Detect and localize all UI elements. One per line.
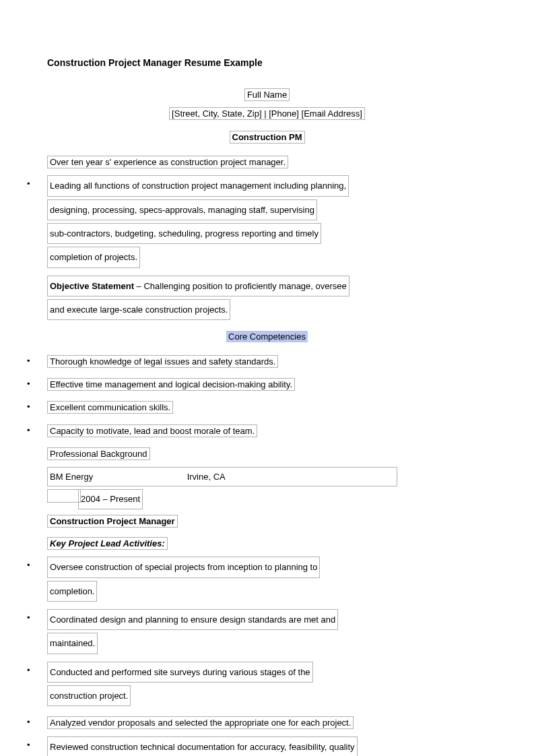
- objective-label: Objective Statement: [50, 281, 134, 291]
- job-year-row: 2004 – Present: [47, 489, 487, 509]
- role-title-block: Construction PM: [47, 128, 487, 146]
- summary-text: Over ten year s' experience as construct…: [47, 156, 288, 168]
- list-item: Coordinated design and planning to ensur…: [47, 609, 487, 657]
- comp-2: Excellent communication skills.: [47, 401, 173, 414]
- job-position: Construction Project Manager: [47, 515, 178, 528]
- core-competencies-block: Core Competencies: [47, 328, 487, 345]
- list-item: Excellent communication skills.: [47, 398, 487, 416]
- core-competencies-title: Core Competencies: [226, 331, 308, 342]
- job-years: 2004 – Present: [78, 489, 143, 509]
- ka-3-l1: Analyzed vendor proposals and selected t…: [47, 716, 354, 729]
- job-location: Irvine, CA: [187, 468, 226, 485]
- ka-4-l1: Reviewed construction technical document…: [47, 736, 358, 756]
- list-item: Thorough knowledge of legal issues and s…: [47, 352, 487, 371]
- list-item: Reviewed construction technical document…: [47, 736, 487, 756]
- ka-1-l2: maintained.: [47, 633, 98, 654]
- summary-l1: Leading all functions of construction pr…: [47, 175, 349, 196]
- job-company: BM Energy: [50, 468, 185, 485]
- ka-0-l2: completion.: [47, 581, 97, 602]
- summary-bullet-item: Leading all functions of construction pr…: [47, 175, 487, 270]
- key-activities-title-block: Key Project Lead Activities:: [47, 534, 487, 553]
- comp-0: Thorough knowledge of legal issues and s…: [47, 355, 278, 368]
- role-title: Construction PM: [230, 131, 305, 144]
- job-row: BM Energy Irvine, CA: [47, 467, 397, 486]
- comp-1: Effective time management and logical de…: [47, 378, 295, 391]
- job-year-spacer: [47, 489, 81, 503]
- objective-block: Objective Statement – Challenging positi…: [47, 276, 487, 323]
- prof-background-block: Professional Background: [47, 445, 487, 463]
- objective-l1: – Challenging position to proficiently m…: [134, 281, 347, 291]
- summary-block: Over ten year s' experience as construct…: [47, 153, 487, 171]
- job-block: BM Energy Irvine, CA 2004 – Present Cons…: [47, 467, 487, 530]
- comp-3: Capacity to motivate, lead and boost mor…: [47, 424, 257, 437]
- prof-background-label: Professional Background: [47, 447, 150, 460]
- ka-1-l1: Coordinated design and planning to ensur…: [47, 609, 338, 630]
- list-item: Capacity to motivate, lead and boost mor…: [47, 422, 487, 440]
- header-block: Full Name [Street, City, State, Zip] | […: [47, 86, 487, 123]
- objective-l2: and execute large-scale construction pro…: [47, 299, 230, 320]
- address-line: [Street, City, State, Zip] | [Phone] [Em…: [169, 107, 365, 120]
- summary-bullets: Leading all functions of construction pr…: [47, 175, 487, 270]
- list-item: Oversee construction of special projects…: [47, 557, 487, 604]
- full-name: Full Name: [244, 88, 290, 101]
- key-activities-title: Key Project Lead Activities:: [47, 537, 168, 550]
- key-activities-list: Oversee construction of special projects…: [47, 557, 487, 756]
- ka-2-l1: Conducted and performed site surveys dur…: [47, 662, 313, 683]
- list-item: Effective time management and logical de…: [47, 375, 487, 393]
- summary-l2: designing, processing, specs-approvals, …: [47, 199, 317, 220]
- summary-l3: sub-contractors, budgeting, scheduling, …: [47, 223, 321, 244]
- list-item: Analyzed vendor proposals and selected t…: [47, 714, 487, 732]
- ka-0-l1: Oversee construction of special projects…: [47, 557, 320, 577]
- competencies-list: Thorough knowledge of legal issues and s…: [47, 352, 487, 440]
- list-item: Conducted and performed site surveys dur…: [47, 662, 487, 710]
- summary-l4: completion of projects.: [47, 247, 140, 267]
- page-title: Construction Project Manager Resume Exam…: [47, 54, 487, 72]
- ka-2-l2: construction project.: [47, 685, 131, 706]
